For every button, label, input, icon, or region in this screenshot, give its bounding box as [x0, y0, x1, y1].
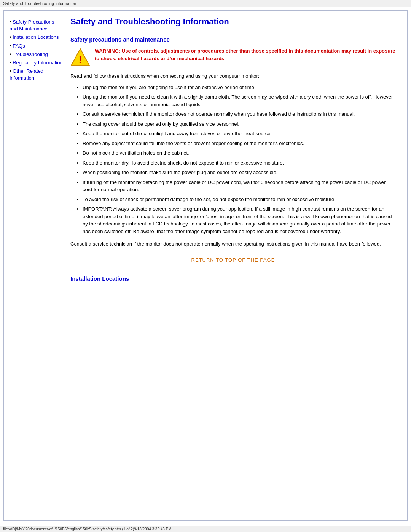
list-item: Do not block the ventilation holes on th… — [83, 149, 396, 157]
list-item: To avoid the risk of shock or permanent … — [83, 196, 396, 203]
sidebar-link-regulatory[interactable]: Regulatory Information — [13, 60, 63, 66]
safety-section: Safety precautions and maintenance ! WAR… — [70, 36, 396, 269]
title-bar-text: Safety and Troubleshooting Information — [3, 1, 76, 6]
sidebar: Safety Precautions and Maintenance Insta… — [8, 15, 67, 290]
bullet-list: Unplug the monitor if you are not going … — [70, 84, 396, 235]
sidebar-item-faqs[interactable]: FAQs — [10, 43, 63, 50]
return-to-top-link[interactable]: RETURN TO TOP OF THE PAGE — [191, 257, 275, 263]
list-item: Remove any object that could fall into t… — [83, 140, 396, 147]
title-divider — [70, 30, 396, 30]
section-divider — [70, 269, 396, 269]
sidebar-nav: Safety Precautions and Maintenance Insta… — [10, 19, 63, 82]
sidebar-link-troubleshooting[interactable]: Troubleshooting — [13, 51, 48, 57]
list-item: Keep the monitor dry. To avoid electric … — [83, 159, 396, 167]
sidebar-item-locations[interactable]: Installation Locations — [10, 34, 63, 41]
list-item: Unplug the monitor if you need to clean … — [83, 93, 396, 108]
warning-text: WARNING: Use of controls, adjustments or… — [95, 47, 396, 62]
list-item: IMPORTANT: Always activate a screen save… — [83, 205, 396, 235]
list-item: If turning off the monitor by detaching … — [83, 179, 396, 193]
return-link-container: RETURN TO TOP OF THE PAGE — [70, 257, 396, 263]
sidebar-item-regulatory[interactable]: Regulatory Information — [10, 59, 63, 66]
sidebar-link-other[interactable]: Other Related Information — [10, 68, 43, 81]
list-item: When positioning the monitor, make sure … — [83, 169, 396, 176]
svg-text:!: ! — [78, 54, 82, 66]
sidebar-link-faqs[interactable]: FAQs — [13, 43, 25, 49]
sidebar-item-safety[interactable]: Safety Precautions and Maintenance — [10, 19, 63, 32]
list-item: Consult a service technician if the moni… — [83, 110, 396, 118]
title-bar: Safety and Troubleshooting Information — [0, 0, 411, 7]
intro-text: Read and follow these instructions when … — [70, 72, 396, 80]
main-content: Safety and Troubleshooting Information S… — [67, 15, 403, 290]
consult-text: Consult a service technician if the moni… — [70, 240, 396, 248]
warning-svg: ! — [70, 47, 90, 67]
sidebar-link-safety[interactable]: Safety Precautions and Maintenance — [10, 19, 54, 32]
section2-title: Installation Locations — [70, 275, 396, 282]
sidebar-item-other[interactable]: Other Related Information — [10, 68, 63, 81]
list-item: Keep the monitor out of direct sunlight … — [83, 130, 396, 137]
installation-section: Installation Locations — [70, 275, 396, 282]
warning-box: ! WARNING: Use of controls, adjustments … — [70, 47, 396, 67]
section1-title: Safety precautions and maintenance — [70, 36, 396, 43]
warning-icon: ! — [70, 47, 90, 67]
list-item: Unplug the monitor if you are not going … — [83, 84, 396, 91]
page-container: Safety Precautions and Maintenance Insta… — [3, 10, 408, 521]
page-title: Safety and Troubleshooting Information — [70, 17, 396, 27]
layout: Safety Precautions and Maintenance Insta… — [8, 15, 403, 290]
sidebar-item-troubleshooting[interactable]: Troubleshooting — [10, 51, 63, 58]
sidebar-link-locations[interactable]: Installation Locations — [13, 34, 59, 40]
list-item: The casing cover should be opened only b… — [83, 120, 396, 128]
